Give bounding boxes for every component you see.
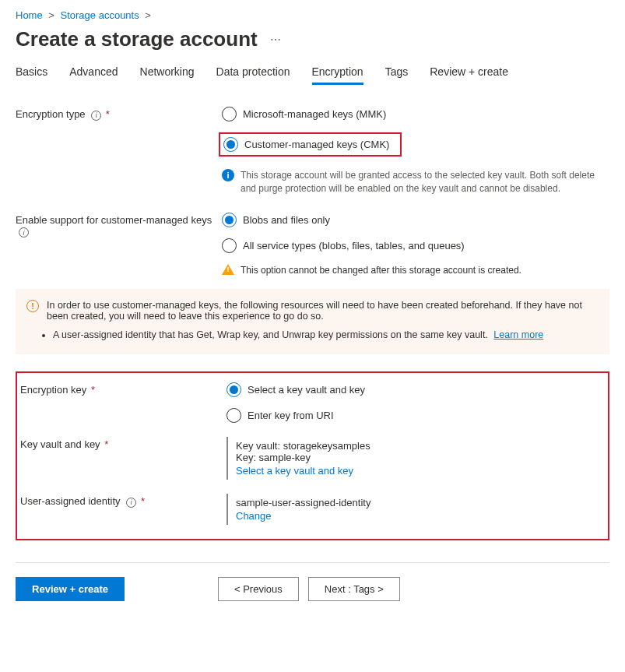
- required-indicator: *: [104, 438, 108, 450]
- more-icon[interactable]: ⋯: [270, 33, 282, 46]
- radio-blobs-files-label: Blobs and files only: [243, 214, 330, 226]
- page-title: Create a storage account: [16, 27, 258, 51]
- alert-icon: !: [26, 300, 39, 312]
- user-identity-value: sample-user-assigned-identity: [236, 497, 602, 508]
- key-vault-value: Key vault: storagekeysamples: [236, 440, 602, 452]
- breadcrumb: Home > Storage accounts >: [16, 9, 609, 21]
- radio-blobs-files[interactable]: Blobs and files only: [222, 213, 609, 227]
- radio-select-kv[interactable]: Select a key vault and key: [226, 382, 602, 397]
- key-vault-label: Key vault and key: [20, 438, 100, 450]
- tab-tags[interactable]: Tags: [385, 65, 409, 85]
- user-identity-label: User-assigned identity: [20, 495, 121, 507]
- radio-select-kv-label: Select a key vault and key: [248, 384, 365, 396]
- chevron-right-icon: >: [145, 9, 151, 21]
- warning-icon: [222, 264, 234, 275]
- notice-bullet: A user-assigned identity that has Get, W…: [53, 329, 488, 340]
- footer-separator: [16, 562, 609, 563]
- tab-encryption[interactable]: Encryption: [312, 65, 363, 85]
- info-icon: i: [222, 169, 234, 181]
- breadcrumb-storage-accounts[interactable]: Storage accounts: [61, 9, 139, 21]
- cmk-info-text: This storage account will be granted acc…: [241, 169, 609, 195]
- breadcrumb-home[interactable]: Home: [16, 9, 43, 21]
- radio-cmk-label: Customer-managed keys (CMK): [244, 139, 389, 150]
- required-indicator: *: [91, 384, 95, 396]
- enable-support-label: Enable support for customer-managed keys: [16, 214, 212, 226]
- key-config-section: Encryption key * Select a key vault and …: [16, 371, 609, 540]
- radio-mmk-label: Microsoft-managed keys (MMK): [243, 108, 386, 120]
- required-indicator: *: [106, 108, 110, 120]
- radio-enter-uri[interactable]: Enter key from URI: [226, 408, 602, 423]
- enable-support-warning: This option cannot be changed after this…: [241, 264, 521, 277]
- key-value: Key: sample-key: [236, 452, 602, 463]
- notice-text: In order to use customer-managed keys, t…: [47, 300, 594, 322]
- tab-advanced[interactable]: Advanced: [69, 65, 118, 85]
- info-icon[interactable]: i: [126, 498, 136, 508]
- prerequisite-notice: ! In order to use customer-managed keys,…: [16, 289, 609, 354]
- change-identity-link[interactable]: Change: [236, 510, 602, 522]
- radio-cmk[interactable]: Customer-managed keys (CMK): [223, 137, 389, 152]
- previous-button[interactable]: < Previous: [218, 577, 299, 601]
- select-key-vault-link[interactable]: Select a key vault and key: [236, 465, 602, 477]
- tab-basics[interactable]: Basics: [16, 65, 47, 85]
- radio-enter-uri-label: Enter key from URI: [248, 410, 334, 421]
- tab-bar: Basics Advanced Networking Data protecti…: [16, 65, 609, 85]
- radio-mmk[interactable]: Microsoft-managed keys (MMK): [222, 107, 609, 121]
- required-indicator: *: [141, 495, 145, 507]
- encryption-key-label: Encryption key: [20, 384, 86, 396]
- radio-all-services[interactable]: All service types (blobs, files, tables,…: [222, 238, 609, 253]
- chevron-right-icon: >: [48, 9, 54, 21]
- tab-networking[interactable]: Networking: [140, 65, 195, 85]
- info-icon[interactable]: i: [91, 111, 101, 121]
- tab-review[interactable]: Review + create: [430, 65, 508, 85]
- learn-more-link[interactable]: Learn more: [493, 329, 543, 340]
- review-create-button[interactable]: Review + create: [16, 577, 125, 601]
- tab-data-protection[interactable]: Data protection: [216, 65, 290, 85]
- radio-all-services-label: All service types (blobs, files, tables,…: [243, 240, 465, 252]
- next-button[interactable]: Next : Tags >: [308, 577, 400, 601]
- info-icon[interactable]: i: [19, 227, 29, 237]
- encryption-type-label: Encryption type: [16, 108, 86, 120]
